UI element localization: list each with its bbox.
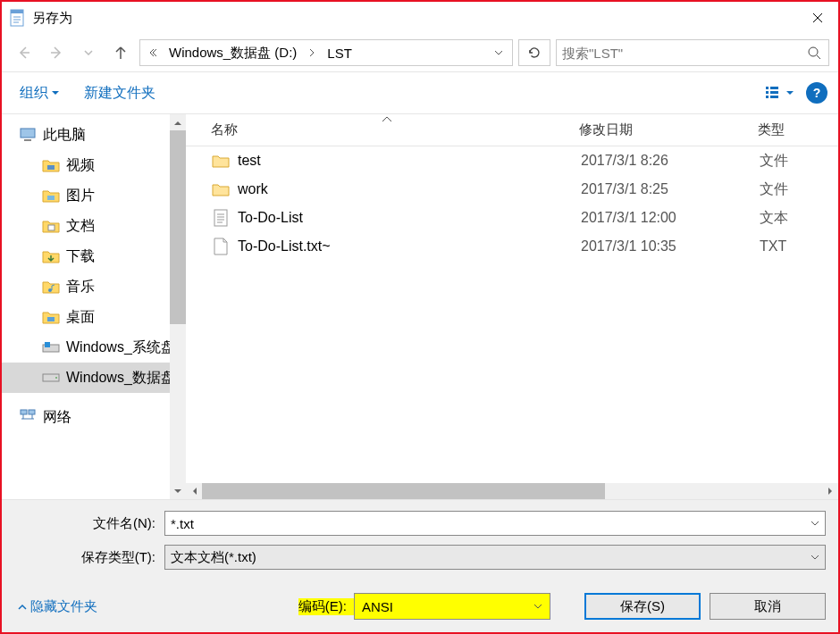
file-row[interactable]: work2017/3/1 8:25文件 — [186, 175, 838, 204]
svg-rect-16 — [24, 139, 31, 141]
breadcrumb-dropdown-icon[interactable] — [489, 40, 508, 65]
svg-rect-26 — [21, 410, 27, 414]
notepad-icon — [9, 9, 25, 27]
svg-point-20 — [48, 288, 52, 292]
tree-label: 下载 — [66, 247, 95, 266]
file-type: TXT — [760, 238, 786, 254]
tree-this-pc[interactable]: 此电脑 — [2, 120, 186, 150]
file-date: 2017/3/1 8:25 — [581, 181, 760, 197]
drive-icon — [41, 368, 61, 388]
file-hscrollbar[interactable] — [186, 483, 838, 499]
file-name: To-Do-List.txt~ — [238, 238, 581, 254]
col-type-header[interactable]: 类型 — [758, 121, 838, 138]
tree-music[interactable]: 音乐 — [2, 271, 186, 302]
view-options-button[interactable] — [765, 80, 794, 105]
bottom-panel: 文件名(N): *.txt 保存类型(T): 文本文档(*.txt) 隐藏文件夹… — [2, 500, 838, 632]
help-button[interactable]: ? — [806, 82, 827, 104]
encoding-dropdown[interactable]: ANSI — [354, 593, 550, 620]
chevron-right-icon[interactable] — [302, 40, 322, 65]
col-date-header[interactable]: 修改日期 — [579, 121, 758, 138]
svg-rect-9 — [766, 87, 769, 89]
file-row[interactable]: test2017/3/1 8:26文件 — [186, 146, 838, 175]
svg-rect-13 — [766, 96, 769, 98]
hide-folders-link[interactable]: 隐藏文件夹 — [14, 598, 97, 615]
tree-pictures[interactable]: 图片 — [2, 180, 186, 211]
chevron-down-icon — [811, 555, 819, 560]
file-type: 文本 — [760, 209, 788, 228]
tree-label: 视频 — [66, 156, 95, 175]
cancel-button[interactable]: 取消 — [710, 593, 826, 620]
network-icon — [18, 407, 38, 427]
filename-input[interactable]: *.txt — [164, 511, 826, 536]
breadcrumb-seg-drive[interactable]: Windows_数据盘 (D:) — [164, 40, 302, 65]
folder-videos-icon — [41, 155, 61, 175]
tree-downloads[interactable]: 下载 — [2, 241, 186, 271]
recent-dropdown[interactable] — [75, 39, 102, 66]
drive-system-icon — [41, 338, 61, 357]
svg-rect-12 — [770, 91, 778, 94]
save-button[interactable]: 保存(S) — [584, 593, 701, 620]
breadcrumb-overflow-icon[interactable] — [144, 40, 164, 65]
address-bar[interactable]: Windows_数据盘 (D:) LST — [139, 39, 513, 66]
svg-rect-17 — [47, 165, 55, 170]
tree-label: 此电脑 — [43, 126, 86, 145]
sort-asc-icon — [382, 116, 391, 121]
file-row[interactable]: To-Do-List2017/3/1 12:00文本 — [186, 204, 838, 232]
window-title: 另存为 — [32, 10, 797, 27]
search-box[interactable] — [556, 39, 829, 66]
new-folder-button[interactable]: 新建文件夹 — [77, 80, 163, 106]
chevron-down-icon — [533, 604, 542, 609]
nav-row: Windows_数据盘 (D:) LST — [2, 34, 838, 71]
encoding-label: 编码(E): — [298, 598, 354, 615]
svg-rect-10 — [770, 87, 778, 89]
tree-label: 文档 — [66, 217, 95, 236]
folder-documents-icon — [41, 216, 61, 236]
organize-button[interactable]: 组织 — [13, 80, 66, 106]
close-button[interactable] — [797, 4, 838, 32]
svg-rect-31 — [214, 210, 227, 226]
titlebar: 另存为 — [2, 2, 838, 34]
new-folder-label: 新建文件夹 — [84, 84, 155, 103]
chevron-down-icon — [811, 521, 819, 526]
sidebar-scrollbar[interactable] — [170, 114, 186, 499]
tree-label: 音乐 — [66, 278, 95, 296]
search-input[interactable] — [562, 46, 805, 61]
folder-downloads-icon — [41, 246, 61, 266]
tree-sysdrive[interactable]: Windows_系统盘 — [2, 332, 186, 363]
svg-point-7 — [809, 47, 818, 56]
scroll-up-icon[interactable] — [170, 114, 186, 130]
tree-label: Windows_数据盘 — [66, 369, 175, 388]
filename-label: 文件名(N): — [14, 515, 164, 532]
back-button[interactable] — [11, 39, 38, 66]
scroll-down-icon[interactable] — [170, 483, 186, 499]
tree-network[interactable]: 网络 — [2, 402, 186, 432]
svg-rect-14 — [770, 96, 778, 98]
tree-videos[interactable]: 视频 — [2, 150, 186, 180]
col-name-header[interactable]: 名称 — [186, 121, 579, 138]
file-date: 2017/3/1 10:35 — [581, 238, 760, 254]
tree-datadrive[interactable]: Windows_数据盘 — [2, 363, 186, 393]
hide-folders-label: 隐藏文件夹 — [30, 598, 97, 615]
search-icon[interactable] — [805, 46, 823, 60]
folder-pictures-icon — [41, 186, 61, 205]
up-button[interactable] — [107, 39, 134, 66]
file-date: 2017/3/1 8:26 — [581, 153, 760, 169]
savetype-label: 保存类型(T): — [14, 549, 164, 566]
breadcrumb-seg-folder[interactable]: LST — [322, 40, 357, 65]
tree-desktop[interactable]: 桌面 — [2, 302, 186, 332]
savetype-dropdown[interactable]: 文本文档(*.txt) — [164, 545, 826, 570]
scroll-left-icon[interactable] — [186, 483, 202, 499]
text-icon — [209, 208, 232, 228]
svg-rect-11 — [766, 91, 769, 94]
computer-icon — [18, 125, 38, 145]
file-date: 2017/3/1 12:00 — [581, 210, 760, 226]
svg-rect-1 — [11, 10, 23, 13]
file-type: 文件 — [760, 152, 788, 171]
refresh-button[interactable] — [518, 39, 550, 66]
encoding-value: ANSI — [362, 599, 533, 614]
savetype-value: 文本文档(*.txt) — [171, 549, 811, 566]
file-row[interactable]: To-Do-List.txt~2017/3/1 10:35TXT — [186, 232, 838, 261]
forward-button[interactable] — [43, 39, 70, 66]
tree-documents[interactable]: 文档 — [2, 211, 186, 241]
scroll-right-icon[interactable] — [822, 483, 838, 499]
